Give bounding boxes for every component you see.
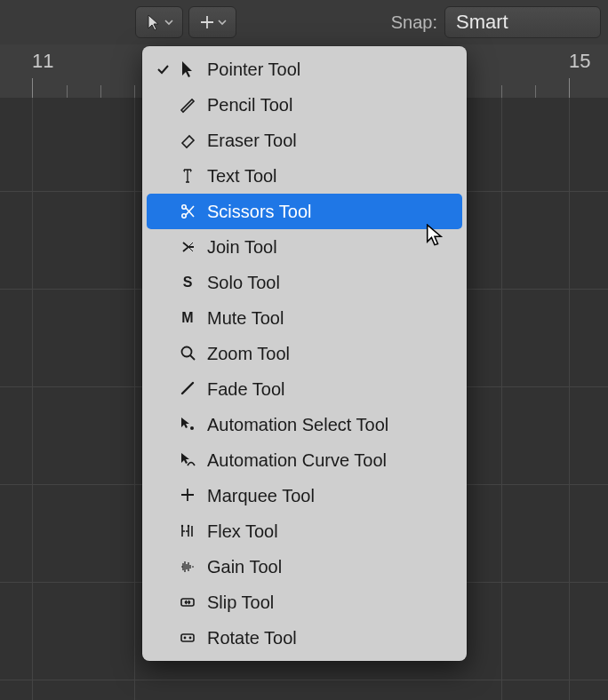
svg-point-6 xyxy=(181,525,183,527)
snap-value: Smart xyxy=(456,11,508,34)
svg-point-4 xyxy=(182,347,192,357)
chevron-down-icon xyxy=(164,18,173,27)
scissors-icon xyxy=(174,202,201,221)
svg-text:M: M xyxy=(181,310,193,325)
rotate-icon xyxy=(174,628,201,648)
menu-item-label: Marquee Tool xyxy=(207,486,454,506)
menu-item-zoom[interactable]: Zoom Tool xyxy=(142,336,467,371)
menu-item-pointer[interactable]: Pointer Tool xyxy=(142,52,467,87)
slip-icon xyxy=(174,593,201,612)
menu-item-join[interactable]: Join Tool xyxy=(142,229,467,265)
menu-item-label: Slip Tool xyxy=(207,593,454,613)
menu-item-gain[interactable]: Gain Tool xyxy=(142,549,467,585)
pointer-icon xyxy=(174,60,201,79)
gain-icon xyxy=(174,557,201,577)
menu-item-auto-curve[interactable]: Automation Curve Tool xyxy=(142,442,467,478)
menu-item-label: Pencil Tool xyxy=(207,95,454,115)
solo-icon: S xyxy=(174,273,201,292)
menu-item-label: Zoom Tool xyxy=(207,344,454,364)
menu-item-label: Scissors Tool xyxy=(207,202,450,222)
menu-item-rotate[interactable]: Rotate Tool xyxy=(142,620,467,656)
svg-point-7 xyxy=(188,525,189,527)
primary-tool-select[interactable] xyxy=(135,6,183,38)
menu-item-label: Automation Select Tool xyxy=(207,415,454,435)
auto-curve-icon xyxy=(174,450,201,470)
mute-icon: M xyxy=(174,308,201,328)
menu-item-text[interactable]: Text Tool xyxy=(142,158,467,194)
menu-item-label: Text Tool xyxy=(207,166,454,187)
menu-item-scissors[interactable]: Scissors Tool xyxy=(147,194,462,229)
zoom-icon xyxy=(174,344,201,363)
menu-item-fade[interactable]: Fade Tool xyxy=(142,371,467,407)
fade-icon xyxy=(174,379,201,399)
menu-item-label: Join Tool xyxy=(207,237,454,258)
menu-item-label: Eraser Tool xyxy=(207,131,454,151)
menu-item-marquee[interactable]: Marquee Tool xyxy=(142,478,467,513)
check-mark xyxy=(151,62,174,76)
tool-menu: Pointer ToolPencil ToolEraser ToolText T… xyxy=(142,46,467,661)
menu-item-flex[interactable]: Flex Tool xyxy=(142,513,467,549)
menu-item-label: Solo Tool xyxy=(207,273,454,293)
toolbar: Snap: Smart xyxy=(0,0,608,45)
pointer-icon xyxy=(146,13,162,31)
menu-item-label: Automation Curve Tool xyxy=(207,450,454,471)
menu-item-pencil[interactable]: Pencil Tool xyxy=(142,87,467,123)
svg-rect-9 xyxy=(181,634,194,641)
svg-point-11 xyxy=(189,637,192,640)
menu-item-label: Flex Tool xyxy=(207,521,454,542)
eraser-icon xyxy=(174,131,201,150)
menu-item-label: Fade Tool xyxy=(207,379,454,400)
menu-item-label: Rotate Tool xyxy=(207,628,454,648)
snap-select[interactable]: Smart xyxy=(444,6,601,38)
auto-select-icon xyxy=(174,415,201,434)
snap-label: Snap: xyxy=(391,12,437,33)
menu-item-auto-select[interactable]: Automation Select Tool xyxy=(142,407,467,442)
marquee-icon xyxy=(199,14,215,30)
menu-item-label: Mute Tool xyxy=(207,308,454,329)
svg-text:S: S xyxy=(183,274,193,290)
join-icon xyxy=(174,237,201,257)
chevron-down-icon xyxy=(218,18,227,27)
menu-item-label: Gain Tool xyxy=(207,557,454,577)
secondary-tool-select[interactable] xyxy=(188,6,236,38)
pencil-icon xyxy=(174,95,201,115)
menu-item-slip[interactable]: Slip Tool xyxy=(142,585,467,620)
menu-item-solo[interactable]: SSolo Tool xyxy=(142,265,467,300)
text-icon xyxy=(174,166,201,186)
svg-point-10 xyxy=(184,637,187,640)
menu-item-label: Pointer Tool xyxy=(207,60,454,80)
menu-item-eraser[interactable]: Eraser Tool xyxy=(142,123,467,158)
svg-point-5 xyxy=(190,426,194,430)
ruler-number: 15 xyxy=(569,50,590,73)
flex-icon xyxy=(174,521,201,541)
menu-item-mute[interactable]: MMute Tool xyxy=(142,300,467,336)
marquee-icon xyxy=(174,486,201,505)
ruler-number: 11 xyxy=(32,50,53,73)
